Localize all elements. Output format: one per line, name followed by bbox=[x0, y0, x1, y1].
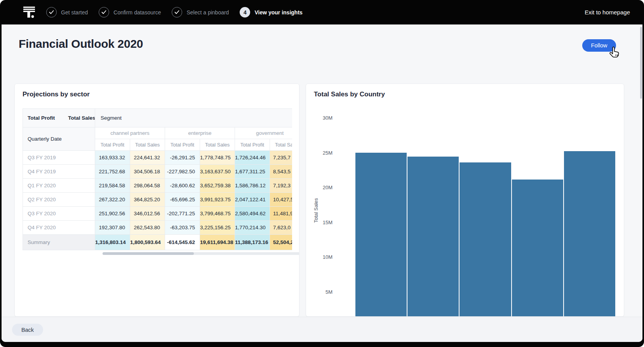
wizard-topbar: Get startedConfirm datasourceSelect a pi… bbox=[0, 0, 644, 24]
value-cell: 364,825.20 bbox=[130, 193, 165, 207]
value-cell: -65,696.25 bbox=[165, 193, 200, 207]
wizard-step-2[interactable]: Confirm datasource bbox=[99, 7, 161, 17]
value-cell: 163,933.32 bbox=[95, 151, 130, 165]
chart-bar-4[interactable] bbox=[512, 180, 563, 316]
row-label-cell: Summary bbox=[23, 235, 95, 250]
value-cell: -227,982.50 bbox=[165, 165, 200, 179]
thoughtspot-logo-icon bbox=[22, 5, 36, 20]
check-icon bbox=[101, 10, 106, 14]
measure-sub-header: Total Profit bbox=[235, 139, 270, 151]
value-cell: -26,291.25 bbox=[165, 151, 200, 165]
value-cell: 262,543.80 bbox=[130, 221, 165, 235]
step-label: Get started bbox=[61, 9, 88, 16]
segment-header-cell: Segment bbox=[95, 109, 292, 127]
table-row: Q4 FY 2019221,752.68304,506.18-227,982.5… bbox=[23, 165, 292, 179]
value-cell: 3,799,468.75 bbox=[200, 207, 235, 221]
value-cell: 192,307.80 bbox=[95, 221, 130, 235]
wizard-step-3[interactable]: Select a pinboard bbox=[172, 7, 229, 17]
value-cell: 1,778,748.75 bbox=[200, 151, 235, 165]
table-row: Q3 FY 2019163,933.32224,641.32-26,291.25… bbox=[23, 151, 292, 165]
value-cell: 251,902.56 bbox=[95, 207, 130, 221]
value-cell: 1,770,214.30 bbox=[235, 221, 270, 235]
value-cell: 3,652,759.38 bbox=[200, 179, 235, 193]
total-sales-chart-card: Total Sales by Country Total Sales 30M25… bbox=[306, 84, 624, 317]
row-label-cell: Q4 FY 2019 bbox=[23, 165, 95, 179]
exit-to-homepage-link[interactable]: Exit to homepage bbox=[585, 9, 630, 16]
y-axis-tick-label: 5M bbox=[306, 289, 332, 295]
wizard-steps: Get startedConfirm datasourceSelect a pi… bbox=[46, 7, 303, 17]
step-number-circle: 4 bbox=[240, 7, 250, 17]
page-content: Financial Outlook 2020 Follow Projection… bbox=[2, 24, 642, 342]
value-cell: 267,322.20 bbox=[95, 193, 130, 207]
value-cell: 304,506.18 bbox=[130, 165, 165, 179]
chart-bar-3[interactable] bbox=[460, 162, 511, 316]
segment-group-header: channel partners bbox=[95, 127, 165, 139]
step-done-circle bbox=[172, 7, 182, 17]
table-row: Q4 FY 2020192,307.80262,543.80-63,203.75… bbox=[23, 221, 292, 235]
check-icon bbox=[49, 10, 54, 14]
chart-bar-1[interactable] bbox=[355, 153, 407, 317]
pivot-table: Total ProfitTotal SalesSegmentQuarterly … bbox=[23, 108, 292, 250]
measure-sub-header: Total Profit bbox=[165, 139, 200, 151]
measure-headers-cell: Total ProfitTotal Sales bbox=[23, 109, 95, 127]
value-cell: 1,800,593.64 bbox=[130, 235, 165, 250]
follow-button-area: Follow bbox=[582, 39, 616, 52]
value-cell: 7,623,0 bbox=[270, 221, 292, 235]
table-row: Q3 FY 2020251,902.56346,012.56-202,771.2… bbox=[23, 207, 292, 221]
value-cell: 7,235,7 bbox=[270, 151, 292, 165]
value-cell: 7,192,3 bbox=[270, 179, 292, 193]
row-label-cell: Q3 FY 2020 bbox=[23, 207, 95, 221]
value-cell: 3,163,637.50 bbox=[200, 165, 235, 179]
value-cell: 1,316,803.14 bbox=[95, 235, 130, 250]
horizontal-scrollbar-track[interactable] bbox=[103, 252, 299, 255]
value-cell: 1,677,311.25 bbox=[235, 165, 270, 179]
follow-button[interactable]: Follow bbox=[582, 39, 616, 52]
value-cell: 10,427,5 bbox=[270, 193, 292, 207]
row-label-cell: Q1 FY 2020 bbox=[23, 179, 95, 193]
value-cell: 1,586,786.12 bbox=[235, 179, 270, 193]
value-cell: 11,388,173.16 bbox=[235, 235, 270, 250]
row-header-cell: Quarterly Date bbox=[23, 127, 95, 151]
back-button[interactable]: Back bbox=[12, 324, 43, 336]
measure-sub-header: Total Profit bbox=[95, 139, 130, 151]
chart-bars-area bbox=[355, 84, 615, 316]
wizard-step-1[interactable]: Get started bbox=[46, 7, 88, 17]
step-label: Select a pinboard bbox=[186, 9, 229, 16]
value-cell: 2,047,122.41 bbox=[235, 193, 270, 207]
measure-sub-header: Total Sales bbox=[130, 139, 165, 151]
row-label-cell: Q2 FY 2020 bbox=[23, 193, 95, 207]
y-axis-tick-label: 30M bbox=[306, 115, 332, 121]
y-axis-tick-label: 25M bbox=[306, 150, 332, 155]
y-axis-tick-label: 20M bbox=[306, 185, 332, 190]
table-card-title: Projections by sector bbox=[23, 91, 90, 98]
table-row: Q1 FY 2020219,584.58298,064.58-28,600.62… bbox=[23, 179, 292, 193]
check-icon bbox=[174, 10, 179, 14]
value-cell: 298,064.58 bbox=[130, 179, 165, 193]
table-row: Summary1,316,803.141,800,593.64-614,545.… bbox=[23, 235, 292, 250]
chart-bar-2[interactable] bbox=[407, 157, 459, 316]
value-cell: 1,726,244.46 bbox=[235, 151, 270, 165]
value-cell: 219,584.58 bbox=[95, 179, 130, 193]
value-cell: 8,543,5 bbox=[270, 165, 292, 179]
row-label-cell: Q4 FY 2020 bbox=[23, 221, 95, 235]
measure-sub-header: Total Sales bbox=[200, 139, 235, 151]
vertical-scrollbar-thumb[interactable] bbox=[640, 27, 642, 99]
app-window: Get startedConfirm datasourceSelect a pi… bbox=[0, 0, 644, 347]
value-cell: 221,752.68 bbox=[95, 165, 130, 179]
table-row: Q2 FY 2020267,322.20364,825.20-65,696.25… bbox=[23, 193, 292, 207]
horizontal-scrollbar-thumb[interactable] bbox=[103, 252, 194, 255]
measure-sub-header: Total Sales bbox=[270, 139, 292, 151]
chart-y-axis-title: Total Sales bbox=[313, 187, 319, 234]
wizard-step-4[interactable]: 4View your insights bbox=[240, 7, 302, 17]
value-cell: 2,580,494.62 bbox=[235, 207, 270, 221]
chart-bar-5[interactable] bbox=[564, 151, 615, 316]
group-header-row: Quarterly Datechannel partnersenterprise… bbox=[23, 127, 292, 139]
value-cell: 224,641.32 bbox=[130, 151, 165, 165]
value-cell: 346,012.56 bbox=[130, 207, 165, 221]
page-title: Financial Outlook 2020 bbox=[19, 37, 143, 51]
segment-group-header: enterprise bbox=[165, 127, 235, 139]
value-cell: 11,481,9 bbox=[270, 207, 292, 221]
step-done-circle bbox=[46, 7, 57, 17]
value-cell: -28,600.62 bbox=[165, 179, 200, 193]
step-label: Confirm datasource bbox=[113, 9, 161, 16]
